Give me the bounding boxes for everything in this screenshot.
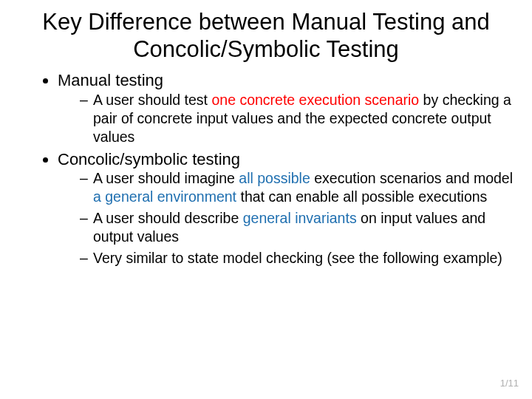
highlight-blue: general invariants xyxy=(243,210,357,226)
sub-list: A user should imagine all possible execu… xyxy=(58,169,516,267)
text: execution scenarios and model xyxy=(310,170,513,186)
bullet-label: Concolic/symbolic testing xyxy=(58,150,240,168)
sub-item: A user should imagine all possible execu… xyxy=(80,169,516,206)
sub-item: Very similar to state model checking (se… xyxy=(80,249,516,267)
slide: Key Difference between Manual Testing an… xyxy=(0,0,532,267)
text: A user should describe xyxy=(93,210,243,226)
page-number: 1/11 xyxy=(500,378,519,389)
bullet-list: Manual testing A user should test one co… xyxy=(16,70,516,267)
highlight-blue: all possible xyxy=(239,170,310,186)
bullet-manual-testing: Manual testing A user should test one co… xyxy=(58,70,516,146)
text: A user should test xyxy=(93,92,211,108)
text: A user should imagine xyxy=(93,170,239,186)
bullet-concolic-testing: Concolic/symbolic testing A user should … xyxy=(58,149,516,267)
sub-item: A user should test one concrete executio… xyxy=(80,91,516,146)
highlight-red: one concrete execution scenario xyxy=(211,92,419,108)
text: Very similar to state model checking (se… xyxy=(93,250,502,266)
slide-title: Key Difference between Manual Testing an… xyxy=(16,9,516,63)
bullet-label: Manual testing xyxy=(58,71,163,89)
sub-list: A user should test one concrete executio… xyxy=(58,91,516,146)
highlight-blue: a general environment xyxy=(93,188,236,205)
sub-item: A user should describe general invariant… xyxy=(80,209,516,246)
text: that can enable all possible executions xyxy=(236,188,487,205)
